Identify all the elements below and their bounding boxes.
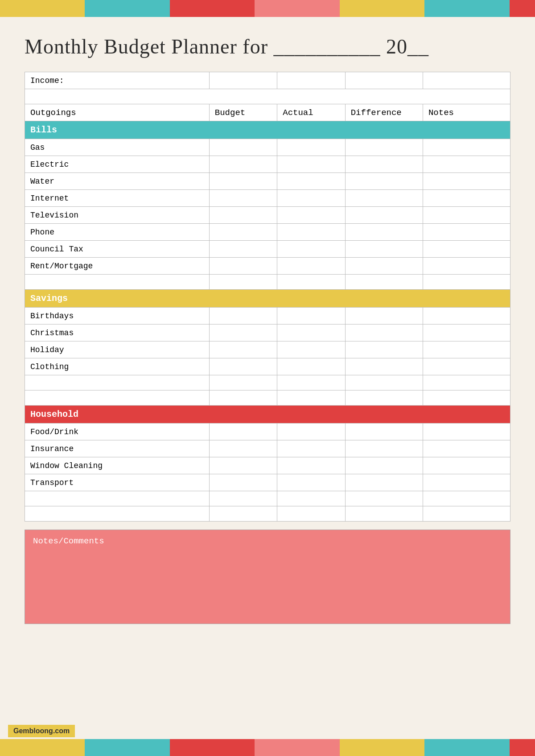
empty-row — [25, 506, 510, 522]
empty-row — [25, 275, 510, 290]
table-row: Gas — [25, 139, 510, 156]
notes-content-area — [33, 546, 502, 617]
income-actual — [277, 72, 345, 89]
empty-row — [25, 89, 510, 104]
empty-row — [25, 491, 510, 506]
table-row: Television — [25, 207, 510, 224]
savings-label: Savings — [25, 290, 510, 308]
category-savings-row: Savings — [25, 290, 510, 308]
item-clothing: Clothing — [25, 358, 210, 375]
table-row: Birthdays — [25, 308, 510, 325]
table-row: Phone — [25, 224, 510, 241]
table-row: Food/Drink — [25, 423, 510, 440]
bottom-banner-block-1 — [0, 739, 85, 756]
income-diff — [345, 72, 423, 89]
item-internet: Internet — [25, 190, 210, 207]
header-actual: Actual — [277, 104, 345, 121]
item-rent-mortgage: Rent/Mortgage — [25, 258, 210, 275]
budget-table: Income: Outgoings Budget Actual Differen… — [25, 72, 510, 522]
item-water: Water — [25, 173, 210, 190]
table-row: Christmas — [25, 325, 510, 341]
notes-label: Notes/Comments — [33, 536, 502, 546]
bottom-banner-block-7 — [510, 739, 535, 756]
notes-comments-box: Notes/Comments — [25, 530, 510, 624]
table-row: Internet — [25, 190, 510, 207]
income-budget — [209, 72, 277, 89]
item-electric: Electric — [25, 156, 210, 173]
page-content: Monthly Budget Planner for __________ 20… — [0, 17, 535, 651]
banner-block-6 — [424, 0, 509, 17]
banner-block-1 — [0, 0, 85, 17]
item-gas: Gas — [25, 139, 210, 156]
table-row: Water — [25, 173, 510, 190]
bottom-banner-block-2 — [85, 739, 169, 756]
bottom-banner-block-6 — [424, 739, 509, 756]
item-council-tax: Council Tax — [25, 241, 210, 258]
item-window-cleaning: Window Cleaning — [25, 457, 210, 474]
bottom-banner-block-5 — [340, 739, 424, 756]
page-title: Monthly Budget Planner for __________ 20… — [25, 35, 510, 58]
item-holiday: Holiday — [25, 341, 210, 358]
banner-block-2 — [85, 0, 169, 17]
header-difference: Difference — [345, 104, 423, 121]
item-television: Television — [25, 207, 210, 224]
banner-block-3 — [170, 0, 255, 17]
table-row: Council Tax — [25, 241, 510, 258]
banner-block-5 — [340, 0, 424, 17]
table-row: Transport — [25, 474, 510, 491]
household-label: Household — [25, 406, 510, 423]
empty-row — [25, 390, 510, 406]
header-budget: Budget — [209, 104, 277, 121]
item-insurance: Insurance — [25, 440, 210, 457]
header-outgoings: Outgoings — [25, 104, 210, 121]
table-row: Electric — [25, 156, 510, 173]
table-row: Window Cleaning — [25, 457, 510, 474]
table-row: Holiday — [25, 341, 510, 358]
watermark: Gembloong.com — [8, 725, 75, 737]
item-christmas: Christmas — [25, 325, 210, 341]
item-phone: Phone — [25, 224, 210, 241]
bottom-banner-block-3 — [170, 739, 255, 756]
category-bills-row: Bills — [25, 121, 510, 139]
table-row: Insurance — [25, 440, 510, 457]
bottom-banner-block-4 — [255, 739, 339, 756]
item-food-drink: Food/Drink — [25, 423, 210, 440]
item-transport: Transport — [25, 474, 210, 491]
banner-block-7 — [510, 0, 535, 17]
income-label: Income: — [25, 72, 210, 89]
income-notes — [423, 72, 510, 89]
item-birthdays: Birthdays — [25, 308, 210, 325]
banner-block-4 — [255, 0, 339, 17]
bills-label: Bills — [25, 121, 510, 139]
empty-row — [25, 375, 510, 390]
income-row: Income: — [25, 72, 510, 89]
table-header-row: Outgoings Budget Actual Difference Notes — [25, 104, 510, 121]
table-row: Clothing — [25, 358, 510, 375]
bottom-banner — [0, 739, 535, 756]
category-household-row: Household — [25, 406, 510, 423]
table-row: Rent/Mortgage — [25, 258, 510, 275]
top-banner — [0, 0, 535, 17]
header-notes: Notes — [423, 104, 510, 121]
